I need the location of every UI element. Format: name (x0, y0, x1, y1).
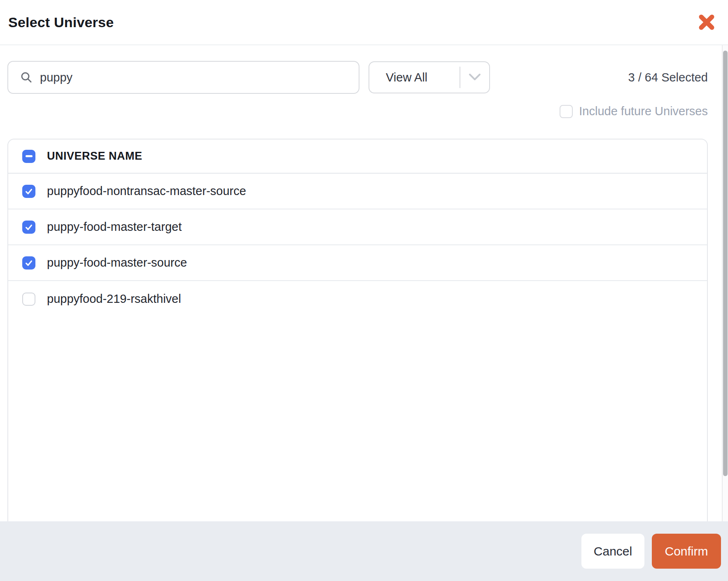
filter-dropdown-value: View All (369, 71, 460, 84)
row-checkbox[interactable] (22, 221, 35, 234)
search-box[interactable] (7, 61, 359, 94)
close-button[interactable] (697, 12, 716, 32)
cancel-button[interactable]: Cancel (581, 534, 644, 569)
modal-header: Select Universe (0, 0, 728, 45)
filter-dropdown[interactable]: View All (369, 61, 490, 93)
select-universe-modal: Select Universe (0, 0, 728, 581)
row-checkbox[interactable] (22, 293, 35, 306)
toolbar: View All 3 / 64 Selected (7, 61, 708, 94)
universe-table-header: UNIVERSE NAME (8, 139, 707, 174)
include-future-label: Include future Universes (579, 105, 708, 118)
confirm-button[interactable]: Confirm (652, 534, 721, 569)
scrollbar-thumb[interactable] (723, 51, 728, 476)
universe-table-rows: puppyfood-nontransac-master-source puppy… (8, 174, 707, 317)
modal-title: Select Universe (8, 14, 114, 30)
include-future-row: Include future Universes (7, 105, 708, 118)
universe-table: UNIVERSE NAME puppyfood-nontransac-maste… (7, 139, 708, 521)
search-input[interactable] (40, 71, 350, 84)
close-icon (698, 13, 716, 31)
modal-body: View All 3 / 64 Selected Include future … (0, 45, 728, 521)
table-row[interactable]: puppy-food-master-target (8, 209, 707, 245)
table-row[interactable]: puppy-food-master-source (8, 245, 707, 281)
row-checkbox[interactable] (22, 256, 35, 270)
include-future-checkbox[interactable] (560, 105, 573, 118)
row-label: puppyfood-nontransac-master-source (47, 184, 246, 198)
universe-name-column-header: UNIVERSE NAME (47, 150, 142, 163)
table-row[interactable]: puppyfood-nontransac-master-source (8, 174, 707, 209)
selected-count: 3 / 64 Selected (628, 71, 708, 84)
search-icon (20, 71, 33, 84)
chevron-down-icon (460, 73, 489, 81)
row-label: puppy-food-master-target (47, 220, 182, 234)
scrollbar-track[interactable] (722, 45, 728, 521)
row-checkbox[interactable] (22, 185, 35, 198)
row-label: puppy-food-master-source (47, 256, 187, 270)
table-row[interactable]: puppyfood-219-rsakthivel (8, 281, 707, 317)
row-label: puppyfood-219-rsakthivel (47, 292, 181, 306)
select-all-checkbox[interactable] (22, 150, 35, 163)
modal-footer: Cancel Confirm (0, 521, 728, 581)
